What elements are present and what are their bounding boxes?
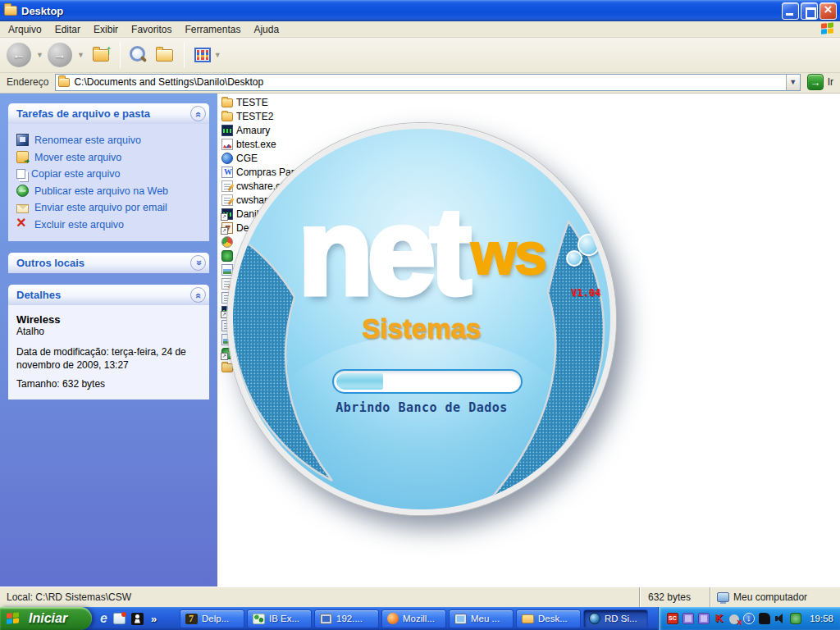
views-dropdown-icon: ▼ [214, 51, 221, 59]
go-label[interactable]: Ir [828, 76, 833, 88]
status-zone-label: Meu computador [733, 591, 807, 603]
volume-tray-icon[interactable] [774, 613, 786, 624]
quick-launch: e » [92, 607, 177, 630]
details-header[interactable]: Detalhes « [8, 285, 209, 305]
task-remote-desktop[interactable]: 192.... [314, 609, 379, 628]
status-zone: Meu computador [710, 587, 840, 607]
other-places-header[interactable]: Outros locais « [8, 253, 209, 273]
task-pane: Tarefas de arquivo e pasta « Renomear es… [0, 94, 217, 587]
task-delete-link[interactable]: Excluir este arquivo [13, 216, 206, 233]
other-places-title: Outros locais [16, 257, 190, 269]
internet-explorer-icon[interactable]: e [100, 611, 107, 626]
update-tray-icon[interactable] [743, 613, 755, 624]
black-app-tray-icon[interactable] [759, 613, 770, 624]
task-button-label: Delp... [202, 614, 229, 623]
other-places-section: Outros locais « [8, 253, 209, 273]
email-icon [16, 204, 29, 213]
views-grid-icon [194, 48, 211, 62]
search-button[interactable] [127, 44, 148, 66]
status-bar: Local: C:\RD Sistemas\CSW 632 bytes Meu … [0, 587, 840, 607]
splash-version: V1.04 [571, 287, 600, 299]
network-tray-icon[interactable] [682, 613, 694, 624]
details-section: Detalhes « Wireless Atalho Data de modif… [8, 285, 209, 399]
task-button-label: Meu ... [471, 614, 500, 623]
menu-favoritos[interactable]: Favoritos [125, 22, 178, 37]
restore-button[interactable] [801, 2, 818, 20]
delphi-icon [185, 614, 198, 624]
folder-icon [221, 98, 233, 107]
close-button[interactable] [819, 2, 837, 20]
delete-icon [16, 218, 29, 231]
task-button-label: Mozill... [403, 614, 435, 623]
kaspersky-tray-icon[interactable] [714, 613, 725, 624]
menu-ferramentas[interactable]: Ferramentas [178, 22, 247, 37]
menu-arquivo[interactable]: Arquivo [2, 22, 48, 37]
start-button[interactable]: Iniciar [0, 607, 92, 630]
mail-app-icon[interactable] [113, 613, 126, 624]
file-item[interactable]: TESTE [217, 95, 840, 109]
task-move-link[interactable]: Mover este arquivo [13, 148, 206, 166]
task-rename-link[interactable]: Renomear este arquivo [13, 131, 206, 148]
task-label: Publicar este arquivo na Web [34, 185, 168, 197]
folder-icon [221, 112, 233, 121]
messenger-app-icon[interactable] [131, 613, 144, 625]
offline-user-tray-icon[interactable] [729, 614, 739, 624]
forward-dropdown-icon[interactable]: ▼ [77, 51, 84, 59]
details-size: Tamanho: 632 bytes [16, 378, 203, 390]
views-button[interactable]: ▼ [191, 45, 225, 65]
folders-icon [156, 49, 173, 62]
task-label: Copiar este arquivo [31, 168, 120, 180]
splash-progress-bar [332, 369, 523, 394]
green-app-tray-icon[interactable] [790, 613, 801, 624]
address-path[interactable]: C:\Documents and Settings\Danilo\Desktop [74, 76, 785, 88]
address-input[interactable]: C:\Documents and Settings\Danilo\Desktop… [55, 74, 800, 91]
sc-monitor-tray-icon[interactable] [667, 613, 678, 624]
task-label: Renomear este arquivo [34, 135, 141, 146]
file-tasks-header[interactable]: Tarefas de arquivo e pasta « [8, 103, 209, 124]
bubble-icon [566, 250, 582, 267]
quicklaunch-overflow-chevron[interactable]: » [151, 613, 157, 625]
task-ibexpert[interactable]: IB Ex... [247, 609, 312, 628]
address-dropdown-button[interactable]: ▼ [786, 75, 800, 90]
menu-exibir[interactable]: Exibir [87, 22, 125, 37]
menu-editar[interactable]: Editar [48, 22, 87, 37]
expand-chevron-button[interactable]: « [190, 255, 206, 271]
task-button-label: 192.... [336, 614, 363, 623]
menu-ajuda[interactable]: Ajuda [247, 22, 285, 37]
collapse-chevron-button[interactable]: « [190, 106, 206, 121]
forward-button[interactable]: → [48, 43, 72, 67]
toolbar-separator [120, 42, 121, 68]
address-label: Endereço [7, 76, 48, 88]
task-mozilla[interactable]: Mozill... [381, 609, 446, 628]
collapse-chevron-button[interactable]: « [190, 287, 206, 303]
logo-sistemas-text: Sistemas [233, 313, 610, 345]
remote-desktop-icon [320, 614, 332, 624]
file-item[interactable]: TESTE2 [217, 109, 840, 123]
task-label: Excluir este arquivo [34, 219, 124, 231]
task-email-link[interactable]: Enviar este arquivo por email [13, 199, 206, 216]
publish-web-icon [16, 185, 29, 197]
task-copy-link[interactable]: Copiar este arquivo [13, 166, 206, 182]
toolbar-separator [184, 42, 185, 68]
taskbar-tasks: Delp... IB Ex... 192.... Mozill... Meu .… [177, 607, 658, 630]
up-folder-button[interactable]: ↑ [89, 43, 113, 67]
task-publish-link[interactable]: Publicar este arquivo na Web [13, 182, 206, 199]
task-my-computer[interactable]: Meu ... [449, 609, 514, 628]
task-desktop[interactable]: Desk... [516, 609, 581, 628]
go-button[interactable]: → [807, 74, 824, 90]
my-computer-icon [717, 592, 729, 602]
desktop-screen: Desktop Arquivo Editar Exibir Favoritos … [0, 0, 840, 630]
rd-sistemas-icon [589, 613, 600, 624]
back-dropdown-icon[interactable]: ▼ [36, 51, 43, 59]
my-computer-icon [454, 614, 467, 624]
system-tray: 19:58 [658, 607, 840, 630]
minimize-button[interactable] [782, 2, 799, 20]
task-delphi[interactable]: Delp... [180, 609, 244, 628]
network-tray-icon[interactable] [698, 613, 710, 624]
back-button[interactable]: ← [7, 43, 31, 67]
file-tasks-section: Tarefas de arquivo e pasta « Renomear es… [8, 103, 209, 241]
task-rd-sistemas-active[interactable]: RD Si... [583, 609, 648, 628]
move-icon [16, 151, 29, 163]
folders-button[interactable] [153, 43, 177, 67]
address-folder-icon [58, 78, 70, 87]
